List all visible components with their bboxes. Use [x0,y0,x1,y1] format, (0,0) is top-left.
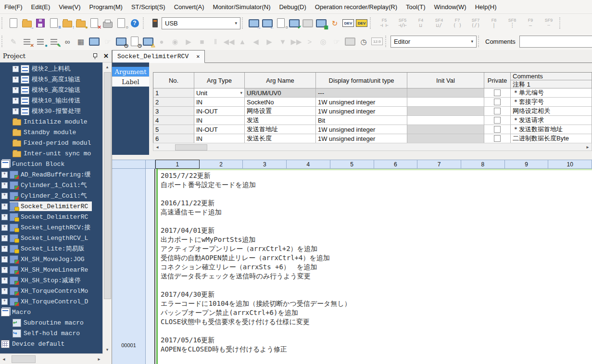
stop-record-icon[interactable]: ◎ [317,35,329,48]
step-forward-icon[interactable]: ▶ [263,35,276,48]
tree-item[interactable]: +Socket_LengthRCV:接 [0,222,103,233]
scroll-right-icon[interactable]: ▸ [95,354,103,364]
toolbar-grip[interactable] [143,17,146,29]
toolbar-grip[interactable] [242,17,245,29]
cell-arg-name[interactable]: UR/UM/UV0 [245,88,316,98]
cell-init-val[interactable] [407,134,484,143]
print-preview-icon[interactable]: ○ [115,17,127,29]
tree-item[interactable]: +XH_SH_MoveJog:JOG [0,254,103,264]
tree-item[interactable]: +XH_SH_Stop:减速停 [0,275,103,286]
dev-button-2[interactable]: DEV [355,17,368,29]
instruction-sf4-button[interactable]: SF4⊔/ [430,16,448,30]
cell-display-format[interactable]: Bit [316,116,407,125]
ladder-column-3[interactable]: 3 [243,160,287,169]
tree-item[interactable]: Standby module [0,127,103,138]
toolbar-grip[interactable] [559,17,562,29]
cell-arg-type[interactable]: IN [194,116,245,125]
replay-pause-icon[interactable]: ‖ [209,35,222,48]
cell-display-format[interactable]: 1W unsigned integer [316,107,407,116]
tree-item[interactable]: +Cylinder_2_Coil:气 [0,190,103,201]
ladder-column-8[interactable]: 8 [461,160,505,169]
tree-item[interactable]: Subroutine macro [0,317,103,328]
tree-item[interactable]: Macro [0,307,103,317]
prev-scan-icon[interactable]: ▲ [236,35,249,48]
cell-no[interactable]: 1 [153,88,194,98]
menu-help-h-[interactable]: Help(H) [471,3,501,11]
script-comment-text[interactable]: 2015/7/22更新自ポート番号設定モードを追加 2016/11/22更新高速… [161,171,591,364]
close-icon[interactable]: ✕ [103,53,109,59]
instruction-f4-button[interactable]: F4⊔ [412,16,430,30]
ladder-column-1[interactable]: 1 [155,160,200,169]
private-checkbox[interactable] [494,99,501,105]
edit-script-icon[interactable]: ✎ [7,35,20,48]
tree-item[interactable]: +Socket_LengthRCV_L [0,233,103,243]
cell-display-format[interactable]: 1W unsigned integer [316,125,407,134]
cell-display-format[interactable]: 1W unsigned integer [316,98,407,107]
record-icon[interactable]: ● [155,35,168,48]
cell-no[interactable]: 5 [153,125,194,134]
ladder-column-4[interactable]: 4 [287,160,330,169]
scroll-left-icon[interactable]: ◂ [0,354,8,364]
read-from-plc-icon[interactable]: ← [261,17,274,29]
menu-program-m-[interactable]: Program(M) [85,3,127,11]
ladder-column-9[interactable]: 9 [505,160,549,169]
cell-arg-name[interactable]: SocketNo [245,98,316,107]
trace-icon[interactable]: ◷ [128,35,141,48]
cell-no[interactable]: 4 [153,116,194,125]
side-tab-label[interactable]: Label [112,76,149,87]
expand-icon[interactable]: + [1,225,8,231]
scroll-up-icon[interactable]: ▴ [103,63,112,71]
expand-icon[interactable]: + [1,299,8,305]
cell-comment[interactable]: ＊发送数据首地址 [511,125,592,134]
menu-window-w-[interactable]: Window(W) [430,3,471,11]
new-file-icon[interactable] [7,17,20,29]
ladder-column-6[interactable]: 6 [374,160,418,169]
cell-init-val[interactable] [407,88,484,98]
ladder-column-7[interactable]: 7 [417,160,461,169]
scroll-right-icon[interactable]: ▸ [584,143,592,151]
error-monitor-icon[interactable]: ⚠ [142,35,154,48]
expand-icon[interactable]: + [1,267,8,273]
cell-arg-name[interactable]: 发送首地址 [245,125,316,134]
menu-edit-e-[interactable]: Edit(E) [27,3,55,11]
cell-display-format[interactable]: 1W unsigned integer [316,134,407,143]
menu-convert-a-[interactable]: Convert(A) [170,3,209,11]
cell-comment[interactable]: 二进制数据长度Byte [511,134,592,143]
replay-stop-icon[interactable]: ■ [196,35,208,48]
close-ladder-icon[interactable]: ✕ [88,17,101,29]
reference-window-icon[interactable]: ∞ [61,35,74,48]
record-marker-icon[interactable]: ◉ [169,35,181,48]
ladder-column-5[interactable]: 5 [330,160,374,169]
tree-item[interactable]: Inter-unit sync mo [0,148,103,159]
skip-first-icon[interactable]: ◀◀ [223,35,235,48]
touch-operation-icon[interactable]: ☞ [101,35,114,48]
pause-hand-icon[interactable]: ☞ [330,35,343,48]
cell-init-val[interactable] [407,125,484,134]
edit-list-icon[interactable]: ✎ [48,35,60,48]
expand-icon[interactable]: + [1,246,8,252]
tree-item[interactable]: +AD_ReadBuffering:缓 [0,169,103,180]
tree-item[interactable]: +XH_TorqueControl_D [0,296,103,307]
open-project-icon[interactable]: → [21,17,33,29]
monitor-mode-icon[interactable]: ✔ [288,17,301,29]
verify-icon[interactable]: ○ [275,17,287,29]
menu-view-v-[interactable]: View(V) [54,3,85,11]
cell-init-val[interactable] [407,116,484,125]
toolbar-grip[interactable] [478,36,481,47]
import-project-icon[interactable]: ↑ [61,17,74,29]
project-lock-icon[interactable]: ● [75,17,87,29]
instruction-sf7-button[interactable]: SF7(/) [466,16,485,30]
usb-device-icon[interactable] [149,17,161,29]
save-project-icon[interactable] [34,17,47,29]
tree-item[interactable]: +Socket_DelimiterRC [0,201,103,212]
pin-icon[interactable] [92,53,98,59]
comments-combo[interactable] [519,36,592,48]
toolbar-grip[interactable] [1,36,4,47]
cell-arg-name[interactable]: 网络设置 [245,107,316,116]
expand-icon[interactable]: + [13,108,19,114]
simulator-icon[interactable] [302,17,314,29]
time-display-icon[interactable]: 12:0 [371,35,383,48]
tree-item[interactable]: Device default [0,339,103,349]
window-split-icon[interactable]: ▦ [75,35,87,48]
ladder-column-2[interactable]: 2 [200,160,243,169]
